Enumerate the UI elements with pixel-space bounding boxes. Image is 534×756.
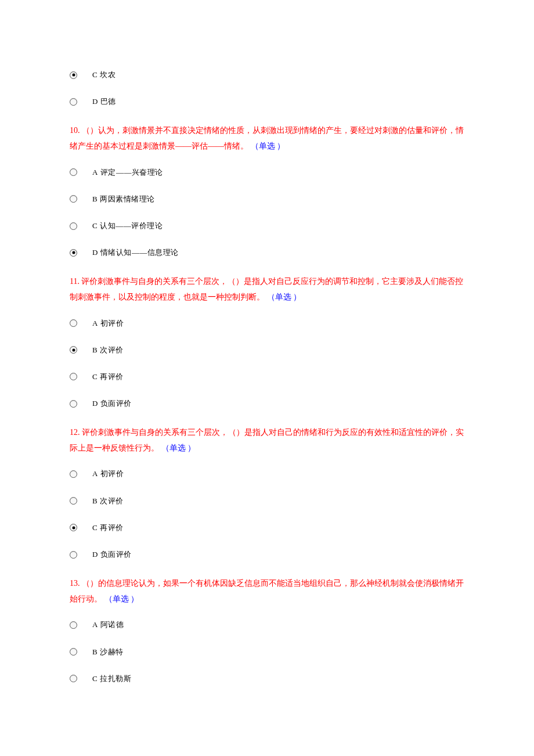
option-text: 再评价 <box>100 523 124 532</box>
option-text: 巴德 <box>100 97 116 106</box>
option-label: C拉扎勒斯 <box>92 674 131 684</box>
option-letter: A <box>92 168 98 177</box>
radio-button[interactable] <box>70 524 77 531</box>
option-row[interactable]: A初评价 <box>70 469 464 479</box>
question-type: （单选 ） <box>104 595 139 603</box>
quiz-container: C坎农D巴德10. （）认为，刺激情景并不直接决定情绪的性质，从刺激出现到情绪的… <box>70 70 464 684</box>
option-label: A阿诺德 <box>92 620 124 630</box>
question-type: （单选 ） <box>161 444 196 452</box>
option-row[interactable]: B沙赫特 <box>70 647 464 657</box>
question-block: 13. （）的信息理论认为，如果一个有机体因缺乏信息而不能适当地组织自己，那么神… <box>70 576 464 684</box>
question-text: 12. 评价刺激事件与自身的关系有三个层次，（）是指人对自己的情绪和行为反应的有… <box>70 425 464 456</box>
option-letter: A <box>92 319 98 327</box>
radio-button[interactable] <box>70 319 77 327</box>
option-row[interactable]: A初评价 <box>70 318 464 329</box>
option-label: D负面评价 <box>92 549 132 560</box>
option-label: B两因素情绪理论 <box>92 194 155 204</box>
option-letter: C <box>92 674 98 683</box>
radio-button[interactable] <box>70 249 77 257</box>
option-row[interactable]: C认知——评价理论 <box>70 221 464 231</box>
radio-button[interactable] <box>70 648 77 656</box>
option-text: 次评价 <box>100 345 124 354</box>
option-letter: D <box>92 248 98 257</box>
option-label: C坎农 <box>92 70 116 80</box>
option-row[interactable]: C再评价 <box>70 523 464 533</box>
option-label: B次评价 <box>92 345 124 355</box>
option-text: 再评价 <box>100 372 124 381</box>
question-text: 10. （）认为，刺激情景并不直接决定情绪的性质，从刺激出现到情绪的产生，要经过… <box>70 123 464 154</box>
question-block: 11. 评价刺激事件与自身的关系有三个层次，（）是指人对自己反应行为的调节和控制… <box>70 274 464 409</box>
option-letter: B <box>92 345 98 354</box>
option-letter: D <box>92 97 98 106</box>
option-row[interactable]: D负面评价 <box>70 549 464 560</box>
question-type: （单选 ） <box>251 142 286 150</box>
option-label: D巴德 <box>92 96 116 107</box>
option-letter: A <box>92 469 98 478</box>
option-text: 阿诺德 <box>100 620 124 629</box>
question-number: 13. <box>70 579 80 588</box>
option-letter: D <box>92 399 98 408</box>
radio-button[interactable] <box>70 551 77 559</box>
option-text: 负面评价 <box>100 550 132 559</box>
option-row[interactable]: B次评价 <box>70 496 464 506</box>
option-label: A初评价 <box>92 469 124 479</box>
option-text: 认知——评价理论 <box>100 221 163 230</box>
option-label: D情绪认知——信息理论 <box>92 247 179 258</box>
radio-button[interactable] <box>70 621 77 629</box>
radio-button[interactable] <box>70 497 77 505</box>
option-row[interactable]: D情绪认知——信息理论 <box>70 247 464 258</box>
option-row[interactable]: B次评价 <box>70 345 464 355</box>
option-row[interactable]: D负面评价 <box>70 398 464 409</box>
option-letter: C <box>92 523 98 532</box>
radio-button[interactable] <box>70 675 77 682</box>
option-text: 情绪认知——信息理论 <box>100 248 179 257</box>
option-text: 沙赫特 <box>100 647 124 656</box>
radio-button[interactable] <box>70 373 77 380</box>
option-letter: B <box>92 195 98 203</box>
option-row[interactable]: C再评价 <box>70 372 464 382</box>
option-letter: C <box>92 70 98 79</box>
option-letter: D <box>92 550 98 559</box>
option-row[interactable]: B两因素情绪理论 <box>70 194 464 204</box>
option-letter: C <box>92 221 98 230</box>
option-letter: B <box>92 496 98 505</box>
radio-button[interactable] <box>70 222 77 230</box>
radio-button[interactable] <box>70 71 77 79</box>
question-block: 10. （）认为，刺激情景并不直接决定情绪的性质，从刺激出现到情绪的产生，要经过… <box>70 123 464 258</box>
option-text: 拉扎勒斯 <box>100 674 131 683</box>
option-text: 两因素情绪理论 <box>100 195 155 203</box>
radio-button[interactable] <box>70 346 77 354</box>
option-text: 次评价 <box>100 496 124 505</box>
option-row[interactable]: A阿诺德 <box>70 620 464 630</box>
radio-button[interactable] <box>70 400 77 408</box>
option-letter: B <box>92 647 98 656</box>
option-label: D负面评价 <box>92 398 132 409</box>
option-row[interactable]: C坎农 <box>70 70 464 80</box>
option-letter: A <box>92 620 98 629</box>
question-text: 11. 评价刺激事件与自身的关系有三个层次，（）是指人对自己反应行为的调节和控制… <box>70 274 464 305</box>
radio-button[interactable] <box>70 168 77 176</box>
question-number: 12. <box>70 428 80 437</box>
option-row[interactable]: A评定——兴奋理论 <box>70 167 464 178</box>
option-label: C再评价 <box>92 523 124 533</box>
question-type: （单选 ） <box>267 293 302 301</box>
radio-button[interactable] <box>70 195 77 203</box>
option-row[interactable]: D巴德 <box>70 96 464 107</box>
option-text: 评定——兴奋理论 <box>100 168 163 177</box>
option-label: B沙赫特 <box>92 647 124 657</box>
question-number: 10. <box>70 126 80 135</box>
option-label: C认知——评价理论 <box>92 221 163 231</box>
radio-button[interactable] <box>70 470 77 478</box>
option-row[interactable]: C拉扎勒斯 <box>70 674 464 684</box>
option-label: B次评价 <box>92 496 124 506</box>
question-number: 11. <box>70 277 80 286</box>
radio-button[interactable] <box>70 98 77 106</box>
option-label: A评定——兴奋理论 <box>92 167 163 178</box>
question-block: 12. 评价刺激事件与自身的关系有三个层次，（）是指人对自己的情绪和行为反应的有… <box>70 425 464 560</box>
option-text: 坎农 <box>100 70 116 79</box>
question-body: 评价刺激事件与自身的关系有三个层次，（）是指人对自己的情绪和行为反应的有效性和适… <box>70 428 464 452</box>
option-label: A初评价 <box>92 318 124 329</box>
option-letter: C <box>92 372 98 381</box>
option-text: 初评价 <box>100 469 124 478</box>
option-text: 负面评价 <box>100 399 132 408</box>
